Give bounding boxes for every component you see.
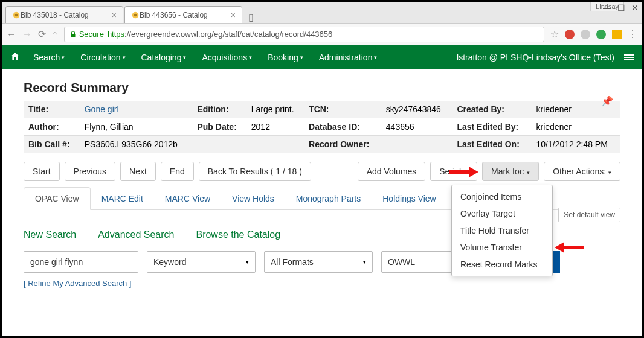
previous-button[interactable]: Previous (65, 162, 115, 181)
search-format-select[interactable]: All Formats▾ (264, 251, 373, 273)
chrome-menu-icon[interactable]: ⋮ (628, 28, 637, 40)
record-toolbar: Start Previous Next End Back To Results … (24, 162, 620, 181)
menu-item-overlay-target[interactable]: Overlay Target (452, 205, 552, 222)
browser-tab-active[interactable]: Bib 443656 - Catalog × (124, 6, 242, 23)
serials-dropdown-button[interactable]: Serials▾ (430, 162, 477, 181)
extension-green-icon[interactable] (596, 30, 606, 39)
field-label: Created By: (452, 101, 531, 118)
svg-point-3 (134, 13, 137, 16)
mark-for-dropdown-button[interactable]: Mark for: ▾ (482, 162, 539, 181)
link-new-search[interactable]: New Search (24, 229, 76, 240)
tab-view-holds[interactable]: View Holds (221, 188, 285, 209)
field-label: Last Edited On: (452, 136, 531, 153)
nav-booking[interactable]: Booking▾ (268, 53, 303, 62)
browser-tab-strip: Bib 435018 - Catalog × Bib 443656 - Cata… (2, 2, 642, 24)
end-button[interactable]: End (161, 162, 194, 181)
field-label: Author: (24, 118, 80, 136)
extension-gplus-icon[interactable] (565, 30, 575, 39)
svg-point-1 (15, 13, 18, 16)
start-button[interactable]: Start (24, 162, 60, 181)
set-default-view-button[interactable]: Set default view (558, 208, 620, 222)
nav-circulation[interactable]: Circulation▾ (80, 53, 125, 62)
star-icon[interactable]: ☆ (550, 28, 559, 40)
menu-item-reset-record-marks[interactable]: Reset Record Marks (452, 256, 552, 273)
field-label: Pub Date: (192, 118, 246, 136)
chevron-down-icon: ▾ (374, 54, 377, 60)
nav-acquisitions[interactable]: Acquisitions▾ (202, 53, 252, 62)
search-type-select[interactable]: Keyword▾ (147, 251, 256, 273)
extension-grey-icon[interactable] (581, 30, 590, 39)
close-icon[interactable]: × (231, 10, 236, 20)
other-actions-dropdown-button[interactable]: Other Actions: ▾ (544, 162, 620, 181)
reload-icon[interactable]: ⟳ (38, 28, 46, 40)
field-value: PS3606.L935G66 2012b (80, 136, 193, 153)
nav-home-icon[interactable] (10, 51, 20, 63)
next-button[interactable]: Next (120, 162, 156, 181)
tab-opac-view[interactable]: OPAC View (24, 187, 91, 210)
forward-icon[interactable]: → (22, 29, 32, 40)
field-label: Edition: (192, 101, 246, 118)
browser-tab-title: Bib 443656 - Catalog (140, 11, 208, 19)
lock-icon (69, 31, 77, 38)
field-value (381, 136, 452, 153)
menu-item-conjoined-items[interactable]: Conjoined Items (452, 188, 552, 205)
field-label: Bib Call #: (24, 136, 80, 153)
chevron-down-icon: ▾ (363, 259, 366, 265)
field-label: Database ID: (304, 118, 381, 136)
search-query-text[interactable] (30, 257, 132, 267)
tab-monograph-parts[interactable]: Monograph Parts (285, 188, 372, 209)
chevron-down-icon: ▾ (62, 54, 65, 60)
home-icon[interactable]: ⌂ (52, 29, 58, 40)
browser-tab-inactive[interactable]: Bib 435018 - Catalog × (5, 6, 123, 23)
app-top-nav: Search ▾ Circulation▾ Cataloging▾ Acquis… (2, 45, 642, 69)
tab-marc-edit[interactable]: MARC Edit (91, 188, 154, 209)
maximize-icon[interactable]: ☐ (617, 3, 625, 13)
nav-administration[interactable]: Administration▾ (319, 53, 378, 62)
field-value: 10/1/2012 2:48 PM (532, 136, 621, 153)
hamburger-menu-icon[interactable] (624, 54, 634, 60)
field-value: 2012 (246, 118, 304, 136)
add-volumes-button[interactable]: Add Volumes (358, 162, 426, 181)
field-value: Flynn, Gillian (80, 118, 193, 136)
close-icon[interactable]: × (112, 10, 117, 20)
tab-holdings-view[interactable]: Holdings View (372, 188, 446, 209)
back-icon[interactable]: ← (7, 29, 16, 40)
chevron-down-icon: ▾ (527, 170, 530, 176)
browser-tab-title: Bib 435018 - Catalog (21, 11, 89, 19)
url-scheme: https (108, 30, 124, 39)
menu-item-volume-transfer[interactable]: Volume Transfer (452, 239, 552, 256)
secure-badge: Secure (69, 30, 104, 39)
minimize-icon[interactable]: — (603, 3, 611, 13)
tab-marc-view[interactable]: MARC View (154, 188, 221, 209)
url-input[interactable]: Secure https://evergreendev.owwl.org/eg/… (64, 27, 544, 42)
favicon-icon (131, 11, 140, 19)
mark-for-menu: Conjoined Items Overlay Target Title Hol… (451, 185, 553, 276)
chevron-down-icon: ▾ (465, 170, 468, 176)
chevron-down-icon: ▾ (183, 54, 186, 60)
menu-item-title-hold-transfer[interactable]: Title Hold Transfer (452, 222, 552, 239)
nav-cataloging[interactable]: Cataloging▾ (141, 53, 187, 62)
field-label: Record Owner: (304, 136, 381, 153)
refine-advanced-search-link[interactable]: [ Refine My Advanced Search ] (24, 279, 620, 288)
extension-yellow-icon[interactable] (612, 30, 622, 39)
back-to-results-button[interactable]: Back To Results ( 1 / 18 ) (199, 162, 311, 181)
url-text: ://evergreendev.owwl.org/eg/staff/cat/ca… (124, 30, 332, 39)
record-summary-table: Title: Gone girl Edition: Large print. T… (24, 101, 620, 153)
field-value: 443656 (381, 118, 452, 136)
address-bar: ← → ⟳ ⌂ Secure https://evergreendev.owwl… (2, 24, 642, 45)
field-value-title[interactable]: Gone girl (80, 101, 193, 118)
field-value: kriedener (532, 118, 621, 136)
nav-search[interactable]: Search ▾ (33, 53, 65, 62)
link-browse-catalog[interactable]: Browse the Catalog (196, 229, 280, 240)
search-query-input[interactable] (24, 251, 138, 273)
nav-user-context[interactable]: lstratton @ PLSHQ-Lindsay's Office (Test… (457, 53, 614, 62)
link-advanced-search[interactable]: Advanced Search (98, 229, 174, 240)
pin-icon[interactable]: 📌 (601, 95, 613, 107)
page-title: Record Summary (24, 80, 620, 95)
field-label: Title: (24, 101, 80, 118)
new-tab-button[interactable]: ▯ (243, 11, 259, 23)
chevron-down-icon: ▾ (249, 54, 252, 60)
close-window-icon[interactable]: ✕ (631, 3, 639, 13)
field-label: TCN: (304, 101, 381, 118)
chevron-down-icon: ▾ (608, 170, 611, 176)
